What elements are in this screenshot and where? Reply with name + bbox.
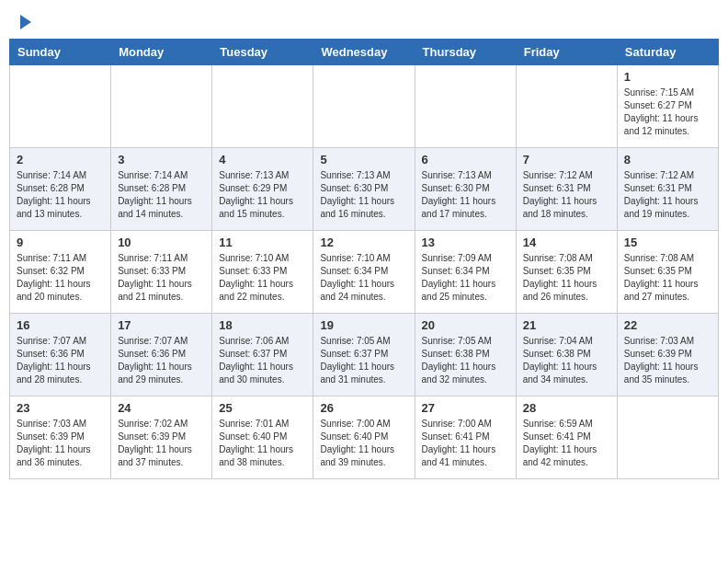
day-cell: [617, 396, 718, 479]
day-cell: 7Sunrise: 7:12 AM Sunset: 6:31 PM Daylig…: [516, 148, 617, 231]
day-cell: [313, 65, 415, 148]
day-info: Sunrise: 7:08 AM Sunset: 6:35 PM Dayligh…: [523, 252, 610, 304]
day-number: 26: [320, 401, 407, 415]
day-number: 3: [118, 153, 205, 167]
day-number: 27: [422, 401, 509, 415]
day-number: 1: [624, 70, 711, 84]
weekday-header-friday: Friday: [516, 40, 617, 65]
day-info: Sunrise: 7:05 AM Sunset: 6:38 PM Dayligh…: [422, 335, 509, 386]
weekday-header-saturday: Saturday: [617, 40, 718, 65]
day-number: 12: [320, 236, 407, 249]
day-info: Sunrise: 7:13 AM Sunset: 6:30 PM Dayligh…: [422, 169, 509, 221]
day-cell: 12Sunrise: 7:10 AM Sunset: 6:34 PM Dayli…: [313, 231, 415, 314]
day-info: Sunrise: 7:05 AM Sunset: 6:37 PM Dayligh…: [320, 335, 407, 386]
day-cell: 5Sunrise: 7:13 AM Sunset: 6:30 PM Daylig…: [313, 148, 415, 231]
day-cell: 16Sunrise: 7:07 AM Sunset: 6:36 PM Dayli…: [10, 314, 111, 396]
day-cell: 15Sunrise: 7:08 AM Sunset: 6:35 PM Dayli…: [617, 231, 718, 314]
day-info: Sunrise: 7:13 AM Sunset: 6:29 PM Dayligh…: [219, 169, 306, 221]
day-info: Sunrise: 7:03 AM Sunset: 6:39 PM Dayligh…: [624, 335, 711, 386]
day-number: 22: [624, 318, 711, 332]
logo-triangle-icon: [20, 15, 31, 29]
week-row-1: 1Sunrise: 7:15 AM Sunset: 6:27 PM Daylig…: [10, 65, 719, 148]
day-cell: 11Sunrise: 7:10 AM Sunset: 6:33 PM Dayli…: [212, 231, 313, 314]
day-info: Sunrise: 7:15 AM Sunset: 6:27 PM Dayligh…: [624, 86, 711, 138]
day-cell: 25Sunrise: 7:01 AM Sunset: 6:40 PM Dayli…: [212, 396, 313, 479]
day-info: Sunrise: 7:11 AM Sunset: 6:33 PM Dayligh…: [118, 252, 205, 304]
day-cell: [111, 65, 212, 148]
day-info: Sunrise: 7:11 AM Sunset: 6:32 PM Dayligh…: [17, 252, 104, 304]
weekday-header-sunday: Sunday: [10, 40, 111, 65]
day-cell: 1Sunrise: 7:15 AM Sunset: 6:27 PM Daylig…: [617, 65, 718, 148]
day-number: 6: [422, 153, 509, 167]
day-number: 21: [523, 318, 610, 332]
day-info: Sunrise: 7:13 AM Sunset: 6:30 PM Dayligh…: [320, 169, 407, 221]
logo: [18, 18, 31, 29]
day-cell: 17Sunrise: 7:07 AM Sunset: 6:36 PM Dayli…: [111, 314, 212, 396]
day-cell: [516, 65, 617, 148]
day-number: 11: [219, 236, 306, 249]
day-number: 25: [219, 401, 306, 415]
day-number: 7: [523, 153, 610, 167]
week-row-2: 2Sunrise: 7:14 AM Sunset: 6:28 PM Daylig…: [10, 148, 719, 231]
day-cell: 18Sunrise: 7:06 AM Sunset: 6:37 PM Dayli…: [212, 314, 313, 396]
day-cell: 10Sunrise: 7:11 AM Sunset: 6:33 PM Dayli…: [111, 231, 212, 314]
weekday-header-monday: Monday: [111, 40, 212, 65]
day-cell: 26Sunrise: 7:00 AM Sunset: 6:40 PM Dayli…: [313, 396, 415, 479]
day-number: 18: [219, 318, 306, 332]
day-number: 5: [320, 153, 407, 167]
day-cell: [415, 65, 516, 148]
day-cell: 22Sunrise: 7:03 AM Sunset: 6:39 PM Dayli…: [617, 314, 718, 396]
week-row-4: 16Sunrise: 7:07 AM Sunset: 6:36 PM Dayli…: [10, 314, 719, 396]
day-cell: 3Sunrise: 7:14 AM Sunset: 6:28 PM Daylig…: [111, 148, 212, 231]
day-info: Sunrise: 7:14 AM Sunset: 6:28 PM Dayligh…: [118, 169, 205, 221]
day-number: 4: [219, 153, 306, 167]
day-number: 20: [422, 318, 509, 332]
day-cell: 23Sunrise: 7:03 AM Sunset: 6:39 PM Dayli…: [10, 396, 111, 479]
day-info: Sunrise: 7:12 AM Sunset: 6:31 PM Dayligh…: [523, 169, 610, 221]
day-cell: 2Sunrise: 7:14 AM Sunset: 6:28 PM Daylig…: [10, 148, 111, 231]
day-info: Sunrise: 7:06 AM Sunset: 6:37 PM Dayligh…: [219, 335, 306, 386]
day-info: Sunrise: 7:03 AM Sunset: 6:39 PM Dayligh…: [17, 418, 104, 469]
day-number: 14: [523, 236, 610, 249]
day-number: 19: [320, 318, 407, 332]
day-number: 10: [118, 236, 205, 249]
day-cell: [212, 65, 313, 148]
day-cell: 28Sunrise: 6:59 AM Sunset: 6:41 PM Dayli…: [516, 396, 617, 479]
day-number: 9: [17, 236, 104, 249]
day-info: Sunrise: 7:07 AM Sunset: 6:36 PM Dayligh…: [17, 335, 104, 386]
day-info: Sunrise: 7:09 AM Sunset: 6:34 PM Dayligh…: [422, 252, 509, 304]
day-info: Sunrise: 7:00 AM Sunset: 6:40 PM Dayligh…: [320, 418, 407, 469]
day-cell: 27Sunrise: 7:00 AM Sunset: 6:41 PM Dayli…: [415, 396, 516, 479]
day-number: 24: [118, 401, 205, 415]
day-cell: 6Sunrise: 7:13 AM Sunset: 6:30 PM Daylig…: [415, 148, 516, 231]
day-cell: 4Sunrise: 7:13 AM Sunset: 6:29 PM Daylig…: [212, 148, 313, 231]
day-cell: 19Sunrise: 7:05 AM Sunset: 6:37 PM Dayli…: [313, 314, 415, 396]
day-cell: 8Sunrise: 7:12 AM Sunset: 6:31 PM Daylig…: [617, 148, 718, 231]
week-row-3: 9Sunrise: 7:11 AM Sunset: 6:32 PM Daylig…: [10, 231, 719, 314]
day-info: Sunrise: 7:14 AM Sunset: 6:28 PM Dayligh…: [17, 169, 104, 221]
day-cell: [10, 65, 111, 148]
day-info: Sunrise: 7:12 AM Sunset: 6:31 PM Dayligh…: [624, 169, 711, 221]
weekday-header-wednesday: Wednesday: [313, 40, 415, 65]
day-info: Sunrise: 7:07 AM Sunset: 6:36 PM Dayligh…: [118, 335, 205, 386]
day-info: Sunrise: 7:08 AM Sunset: 6:35 PM Dayligh…: [624, 252, 711, 304]
day-number: 28: [523, 401, 610, 415]
calendar-table: SundayMondayTuesdayWednesdayThursdayFrid…: [9, 39, 719, 479]
day-number: 8: [624, 153, 711, 167]
day-cell: 21Sunrise: 7:04 AM Sunset: 6:38 PM Dayli…: [516, 314, 617, 396]
day-cell: 9Sunrise: 7:11 AM Sunset: 6:32 PM Daylig…: [10, 231, 111, 314]
day-info: Sunrise: 7:04 AM Sunset: 6:38 PM Dayligh…: [523, 335, 610, 386]
day-info: Sunrise: 6:59 AM Sunset: 6:41 PM Dayligh…: [523, 418, 610, 469]
day-cell: 14Sunrise: 7:08 AM Sunset: 6:35 PM Dayli…: [516, 231, 617, 314]
day-cell: 13Sunrise: 7:09 AM Sunset: 6:34 PM Dayli…: [415, 231, 516, 314]
day-cell: 20Sunrise: 7:05 AM Sunset: 6:38 PM Dayli…: [415, 314, 516, 396]
day-number: 17: [118, 318, 205, 332]
day-info: Sunrise: 7:10 AM Sunset: 6:34 PM Dayligh…: [320, 252, 407, 304]
day-info: Sunrise: 7:01 AM Sunset: 6:40 PM Dayligh…: [219, 418, 306, 469]
weekday-header-row: SundayMondayTuesdayWednesdayThursdayFrid…: [10, 40, 719, 65]
day-number: 13: [422, 236, 509, 249]
day-info: Sunrise: 7:10 AM Sunset: 6:33 PM Dayligh…: [219, 252, 306, 304]
day-number: 23: [17, 401, 104, 415]
week-row-5: 23Sunrise: 7:03 AM Sunset: 6:39 PM Dayli…: [10, 396, 719, 479]
day-number: 15: [624, 236, 711, 249]
